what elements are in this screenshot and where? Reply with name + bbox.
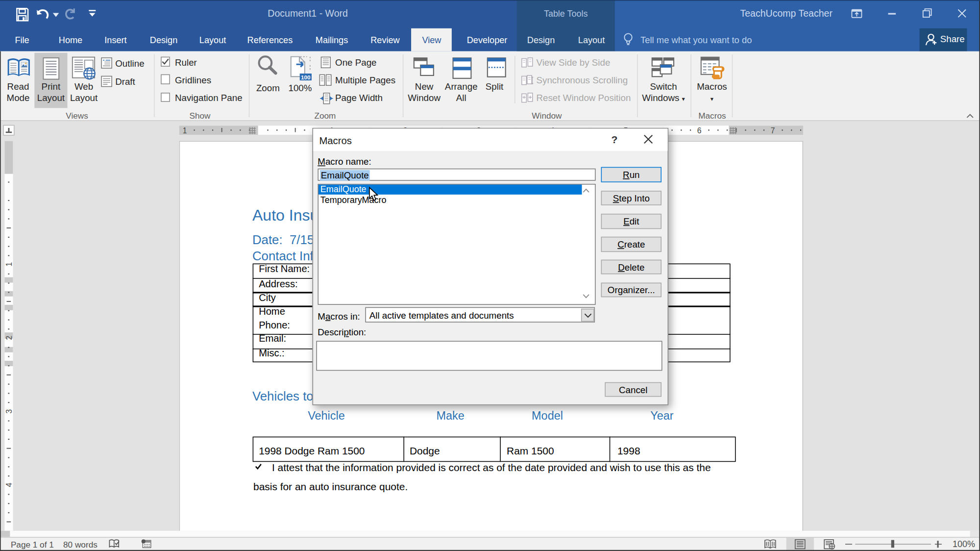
svg-text:100: 100 <box>301 74 311 80</box>
